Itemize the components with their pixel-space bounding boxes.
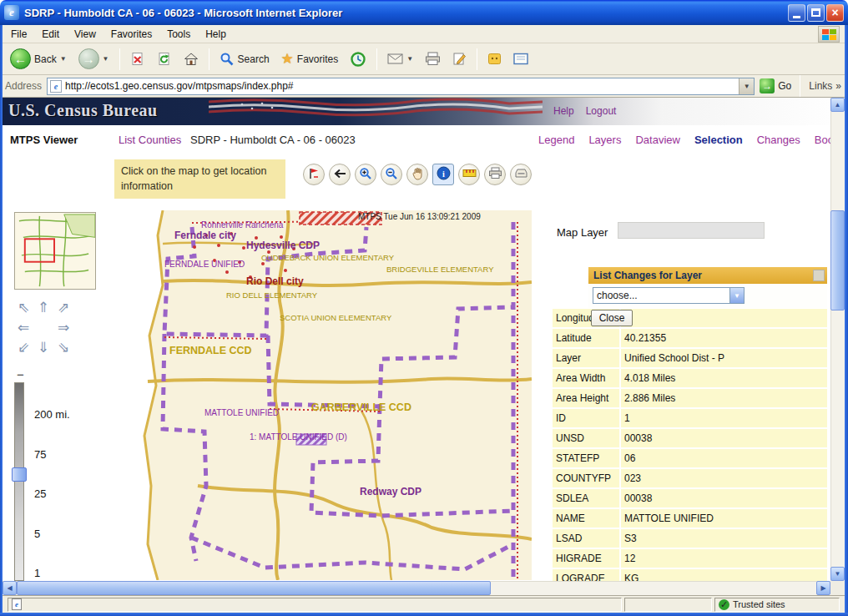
marker-tool-button[interactable] bbox=[303, 164, 325, 185]
layer-select-dropdown[interactable]: choose... ▼ bbox=[593, 287, 745, 304]
pan-button[interactable] bbox=[406, 164, 428, 185]
favorites-button[interactable]: ★ Favorites bbox=[276, 46, 344, 73]
nav-link[interactable]: Legend bbox=[538, 134, 574, 146]
menu-item[interactable]: File bbox=[3, 26, 34, 43]
attribute-row: LSAD S3 bbox=[553, 529, 827, 548]
vertical-scroll-thumb[interactable] bbox=[830, 210, 845, 311]
attribute-value: MATTOLE UNIFIED bbox=[621, 509, 827, 528]
scroll-up-button[interactable]: ▲ bbox=[830, 98, 845, 112]
pan-east-button[interactable]: ⇒ bbox=[53, 317, 73, 337]
search-button[interactable]: Search bbox=[215, 46, 275, 73]
logout-link[interactable]: Logout bbox=[586, 105, 617, 117]
menu-item[interactable]: View bbox=[67, 26, 103, 43]
identify-button[interactable]: i bbox=[432, 164, 454, 185]
nav-link[interactable]: Bookmarks bbox=[815, 134, 830, 146]
list-changes-panel: List Changes for Layer choose... ▼ bbox=[588, 267, 827, 308]
address-input-wrap: e ▼ bbox=[47, 78, 755, 95]
attribute-name: LSAD bbox=[553, 529, 619, 548]
svg-text:RIO DELL ELEMENTARY: RIO DELL ELEMENTARY bbox=[226, 290, 318, 300]
attribute-value bbox=[621, 309, 827, 327]
close-window-button[interactable]: × bbox=[826, 4, 844, 22]
zoom-out-button[interactable] bbox=[381, 164, 402, 185]
attribute-name: STATEFP bbox=[553, 449, 619, 467]
flag-decoration bbox=[209, 98, 543, 125]
go-button[interactable]: → Go bbox=[760, 78, 791, 93]
map-export-button[interactable] bbox=[510, 164, 532, 185]
browser-toolbar: ← Back ▼ → ▼ Search ★ Favorites bbox=[0, 43, 848, 75]
menu-item[interactable]: Help bbox=[198, 26, 234, 43]
pan-south-button[interactable]: ⇓ bbox=[33, 337, 53, 357]
mail-dropdown-icon[interactable]: ▼ bbox=[406, 55, 413, 63]
panel-close-button[interactable]: Close bbox=[591, 310, 633, 326]
nav-link[interactable]: Layers bbox=[588, 134, 621, 146]
mail-button[interactable]: ▼ bbox=[382, 46, 418, 73]
attribute-row: LOGRADE KG bbox=[553, 569, 827, 581]
measure-button[interactable] bbox=[458, 164, 480, 185]
pan-southeast-button[interactable]: ⇘ bbox=[53, 337, 73, 357]
svg-text:Rio Dell city: Rio Dell city bbox=[246, 275, 304, 287]
go-arrow-icon: → bbox=[760, 78, 775, 93]
attribute-name: LOGRADE bbox=[553, 569, 619, 581]
attribute-row: ID 1 bbox=[553, 409, 827, 427]
pan-northwest-button[interactable]: ⇖ bbox=[13, 297, 33, 317]
print-icon bbox=[425, 52, 441, 66]
svg-text:CUDDEBACK UNION ELEMENTARY: CUDDEBACK UNION ELEMENTARY bbox=[261, 253, 395, 262]
pan-southwest-button[interactable]: ⇙ bbox=[13, 337, 33, 357]
nav-link[interactable]: Selection bbox=[694, 134, 743, 146]
map-print-icon bbox=[488, 167, 502, 182]
attribute-value: S3 bbox=[621, 529, 827, 548]
vertical-scrollbar[interactable] bbox=[830, 98, 845, 581]
scroll-right-button[interactable]: ▶ bbox=[816, 581, 830, 595]
back-button[interactable]: ← Back ▼ bbox=[5, 46, 72, 73]
zoom-slider-track[interactable] bbox=[14, 382, 24, 581]
pan-north-button[interactable]: ⇑ bbox=[33, 297, 53, 317]
zoom-in-button[interactable] bbox=[355, 164, 376, 185]
menu-item[interactable]: Tools bbox=[159, 26, 198, 43]
window-titlebar: e SDRP - Humboldt CA - 06 - 06023 - Micr… bbox=[0, 0, 848, 25]
scroll-left-button[interactable]: ◀ bbox=[3, 581, 17, 595]
zoom-slider-handle[interactable] bbox=[12, 467, 27, 482]
map-canvas[interactable]: Rohnerville RancheriaFerndale cityHydesv… bbox=[114, 210, 532, 580]
map-layer-input[interactable] bbox=[618, 222, 765, 239]
nav-link[interactable]: Changes bbox=[757, 134, 800, 146]
address-dropdown-button[interactable]: ▼ bbox=[739, 78, 754, 94]
minimize-button[interactable] bbox=[788, 4, 805, 22]
select-arrow-icon[interactable]: ▼ bbox=[729, 288, 744, 303]
menu-item[interactable]: Favorites bbox=[103, 26, 159, 43]
back-dropdown-icon[interactable]: ▼ bbox=[60, 55, 67, 63]
menu-item[interactable]: Edit bbox=[34, 26, 67, 43]
list-changes-header: List Changes for Layer bbox=[588, 267, 827, 284]
map-print-button[interactable] bbox=[484, 164, 506, 185]
toolbar-separator bbox=[376, 48, 377, 70]
nav-link[interactable]: Dataview bbox=[635, 134, 679, 146]
attribute-value: 00038 bbox=[621, 429, 827, 447]
forward-dropdown-icon[interactable]: ▼ bbox=[103, 55, 109, 63]
links-bar[interactable]: Links » bbox=[809, 80, 843, 92]
print-button[interactable] bbox=[420, 46, 446, 73]
overview-map[interactable] bbox=[14, 212, 96, 290]
pan-west-button[interactable]: ⇐ bbox=[13, 317, 33, 337]
scroll-down-button[interactable]: ▼ bbox=[830, 567, 845, 581]
messenger-button[interactable] bbox=[482, 46, 507, 73]
toolbar-separator bbox=[209, 48, 209, 70]
refresh-button[interactable] bbox=[152, 46, 177, 73]
search-icon bbox=[220, 52, 235, 67]
maximize-button[interactable] bbox=[807, 4, 825, 22]
previous-extent-button[interactable] bbox=[329, 164, 351, 185]
mtps-nav-row: MTPS Viewer List Counties SDRP - Humbold… bbox=[0, 125, 848, 155]
history-button[interactable] bbox=[345, 46, 371, 73]
zoom-minus-label[interactable]: − bbox=[17, 367, 24, 381]
address-input[interactable] bbox=[65, 80, 739, 92]
list-counties-link[interactable]: List Counties bbox=[119, 134, 181, 146]
discuss-icon bbox=[513, 53, 528, 65]
pan-northeast-button[interactable]: ⇗ bbox=[53, 297, 73, 317]
discuss-button[interactable] bbox=[508, 46, 533, 73]
help-link[interactable]: Help bbox=[553, 105, 574, 117]
forward-button[interactable]: → ▼ bbox=[73, 46, 114, 73]
edit-button[interactable] bbox=[447, 46, 472, 73]
home-button[interactable] bbox=[179, 46, 204, 73]
attribute-value: 023 bbox=[621, 469, 827, 487]
svg-text:i: i bbox=[442, 169, 445, 179]
stop-button[interactable] bbox=[125, 46, 150, 73]
horizontal-scroll-thumb[interactable] bbox=[17, 581, 491, 595]
